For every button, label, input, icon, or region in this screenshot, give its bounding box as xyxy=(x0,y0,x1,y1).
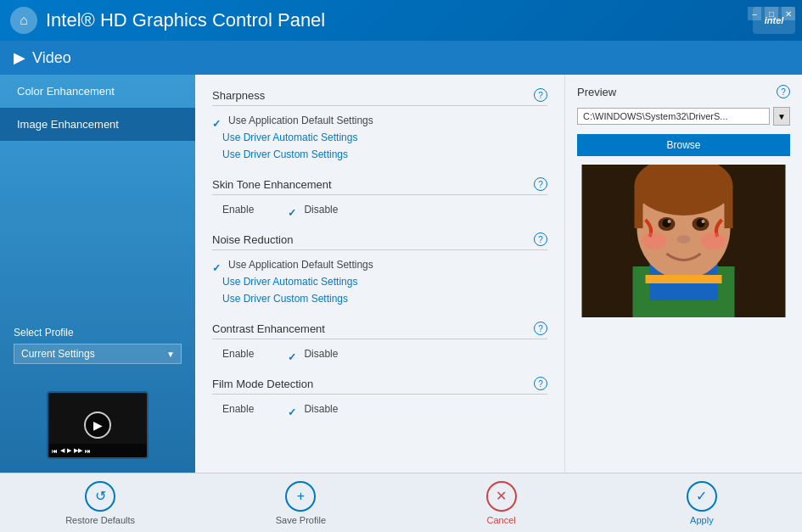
restore-icon: ↺ xyxy=(85,481,115,512)
skin-tone-disable-label: Disable xyxy=(304,204,338,216)
app-title: Intel® HD Graphics Control Panel xyxy=(46,9,792,31)
footer: ↺ Restore Defaults + Save Profile ✕ Canc… xyxy=(0,473,802,532)
sharpness-custom-link[interactable]: Use Driver Custom Settings xyxy=(222,148,348,160)
noise-reduction-section: Noise Reduction ? Use Application Defaul… xyxy=(212,232,547,305)
sharpness-default-checkbox[interactable] xyxy=(212,115,223,126)
home-icon[interactable]: ⌂ xyxy=(10,7,37,34)
contrast-enable[interactable]: Enable xyxy=(222,348,254,360)
svg-point-13 xyxy=(702,220,705,223)
sharpness-custom-row: Use Driver Custom Settings xyxy=(222,148,547,160)
noise-default-checkbox[interactable] xyxy=(212,260,223,271)
sharpness-info-icon[interactable]: ? xyxy=(534,88,547,102)
save-icon: + xyxy=(285,481,316,512)
noise-custom-link[interactable]: Use Driver Custom Settings xyxy=(222,293,348,305)
cancel-icon: ✕ xyxy=(486,481,517,512)
sharpness-default-row: Use Application Default Settings xyxy=(212,115,547,126)
section-title: Video xyxy=(32,49,71,67)
noise-custom-row: Use Driver Custom Settings xyxy=(222,293,547,305)
contrast-disable[interactable]: Disable xyxy=(288,348,338,360)
sharpness-auto-link[interactable]: Use Driver Automatic Settings xyxy=(222,132,357,143)
contrast-header: Contrast Enhancement ? xyxy=(212,322,547,339)
noise-reduction-header: Noise Reduction ? xyxy=(212,232,547,250)
skin-tone-enable[interactable]: Enable xyxy=(222,204,254,216)
preview-path-input[interactable] xyxy=(577,108,770,125)
film-mode-enable-label: Enable xyxy=(222,403,254,415)
preview-header: Preview ? xyxy=(577,85,790,98)
profile-label: Select Profile xyxy=(14,327,182,339)
film-mode-options: Enable Disable xyxy=(222,403,547,415)
video-skip-back-icon[interactable]: ⏮ xyxy=(52,448,58,454)
main-layout: Color Enhancement Image Enhancement Sele… xyxy=(0,75,802,473)
noise-default-row: Use Application Default Settings xyxy=(212,259,547,271)
skin-tone-disable-check xyxy=(288,204,299,216)
apply-icon: ✓ xyxy=(687,481,717,512)
sharpness-auto-row: Use Driver Automatic Settings xyxy=(222,132,547,143)
film-mode-disable[interactable]: Disable xyxy=(288,403,338,415)
skin-tone-options: Enable Disable xyxy=(222,204,547,216)
video-skip-fwd-icon[interactable]: ⏭ xyxy=(85,448,91,454)
svg-point-16 xyxy=(701,232,726,249)
preview-path-row: ▼ xyxy=(577,107,790,126)
svg-rect-17 xyxy=(646,275,722,283)
sidebar-profile: Select Profile Current Settings Profile … xyxy=(0,316,195,374)
video-prev-icon[interactable]: ◀ xyxy=(60,447,64,454)
save-label: Save Profile xyxy=(276,515,326,525)
intel-logo: intel xyxy=(753,7,795,34)
svg-point-15 xyxy=(642,232,667,249)
video-play-icon[interactable]: ▶ xyxy=(67,447,71,454)
restore-defaults-button[interactable]: ↺ Restore Defaults xyxy=(49,481,151,525)
cancel-label: Cancel xyxy=(487,515,516,525)
sharpness-header: Sharpness ? xyxy=(212,88,547,106)
noise-reduction-title: Noise Reduction xyxy=(212,233,293,246)
contrast-disable-label: Disable xyxy=(304,348,338,360)
browse-button[interactable]: Browse xyxy=(577,134,790,156)
save-profile-button[interactable]: + Save Profile xyxy=(250,481,351,525)
preview-title: Preview xyxy=(577,86,616,98)
sidebar: Color Enhancement Image Enhancement Sele… xyxy=(0,75,195,473)
svg-point-14 xyxy=(677,235,691,244)
film-mode-section: Film Mode Detection ? Enable Disable xyxy=(212,377,547,415)
sidebar-item-image-enhancement[interactable]: Image Enhancement xyxy=(0,108,195,141)
skin-tone-section: Skin Tone Enhancement ? Enable Disable xyxy=(212,177,547,216)
svg-rect-7 xyxy=(725,186,733,228)
video-next-icon[interactable]: ▶▶ xyxy=(74,447,82,454)
noise-default-label: Use Application Default Settings xyxy=(228,259,373,271)
sharpness-section: Sharpness ? Use Application Default Sett… xyxy=(212,88,547,160)
skin-tone-disable[interactable]: Disable xyxy=(288,204,338,216)
sidebar-video-preview: ▶ ⏮ ◀ ▶ ▶▶ ⏭ xyxy=(47,391,149,459)
skin-tone-info-icon[interactable]: ? xyxy=(534,177,547,191)
sidebar-item-color-enhancement[interactable]: Color Enhancement xyxy=(0,75,195,108)
skin-tone-enable-label: Enable xyxy=(222,204,254,216)
contrast-title: Contrast Enhancement xyxy=(212,322,325,335)
preview-panel: Preview ? ▼ Browse xyxy=(564,75,802,473)
video-icon: ▶ xyxy=(14,48,25,67)
film-mode-info-icon[interactable]: ? xyxy=(534,377,547,390)
sharpness-default-label: Use Application Default Settings xyxy=(228,115,373,126)
profile-select[interactable]: Current Settings Profile 1 Profile 2 xyxy=(14,344,182,364)
film-mode-disable-label: Disable xyxy=(304,403,338,415)
video-controls-bar: ⏮ ◀ ▶ ▶▶ ⏭ xyxy=(48,444,147,457)
film-mode-enable[interactable]: Enable xyxy=(222,403,254,415)
skin-tone-title: Skin Tone Enhancement xyxy=(212,178,332,191)
preview-image xyxy=(577,165,790,317)
sub-header: ▶ Video xyxy=(0,41,802,75)
video-play-button[interactable]: ▶ xyxy=(84,412,111,439)
apply-button[interactable]: ✓ Apply xyxy=(651,481,753,525)
film-mode-disable-check xyxy=(288,404,299,415)
sidebar-nav: Color Enhancement Image Enhancement xyxy=(0,75,195,316)
cancel-button[interactable]: ✕ Cancel xyxy=(451,481,552,525)
noise-auto-link[interactable]: Use Driver Automatic Settings xyxy=(222,276,357,288)
film-mode-header: Film Mode Detection ? xyxy=(212,377,547,395)
content-area: Sharpness ? Use Application Default Sett… xyxy=(195,75,564,473)
contrast-info-icon[interactable]: ? xyxy=(534,322,547,335)
preview-path-dropdown[interactable]: ▼ xyxy=(773,107,790,126)
sharpness-title: Sharpness xyxy=(212,89,265,102)
noise-reduction-info-icon[interactable]: ? xyxy=(534,232,547,246)
preview-info-icon[interactable]: ? xyxy=(777,85,790,98)
film-mode-title: Film Mode Detection xyxy=(212,378,313,390)
contrast-section: Contrast Enhancement ? Enable Disable xyxy=(212,322,547,360)
skin-tone-header: Skin Tone Enhancement ? xyxy=(212,177,547,195)
svg-point-12 xyxy=(668,220,671,223)
contrast-disable-check xyxy=(288,349,299,360)
preview-image-svg xyxy=(577,165,790,317)
